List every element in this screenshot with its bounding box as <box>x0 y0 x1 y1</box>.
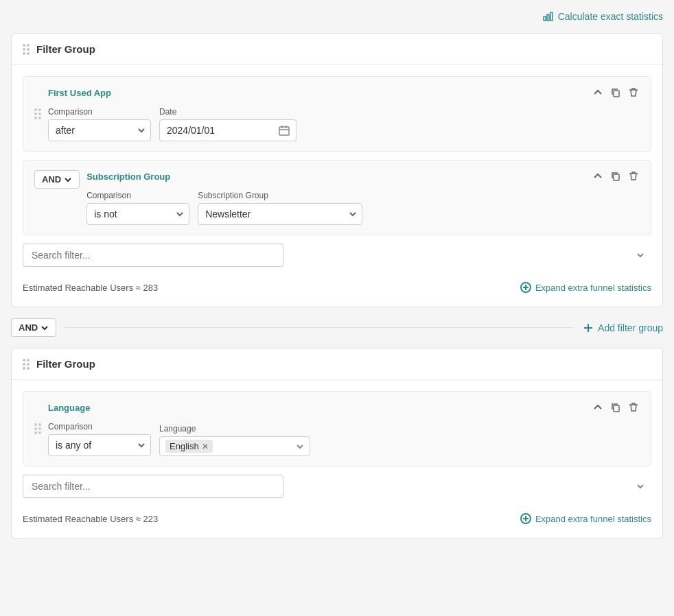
subscription-select-wrapper: Newsletter Promotional Transactional <box>198 203 362 225</box>
and-label: AND <box>42 174 61 185</box>
comparison-select-2[interactable]: is not is is any of <box>86 203 189 225</box>
row-1-copy-button[interactable] <box>609 86 622 99</box>
filter-row-first-used-app: First Used App <box>23 76 651 152</box>
date-input[interactable] <box>159 119 297 141</box>
search-filter-chevron-1-icon <box>636 251 644 259</box>
svg-rect-2 <box>550 12 553 21</box>
expand-plus-icon-1 <box>520 282 531 293</box>
search-filter-input-2[interactable] <box>23 475 283 498</box>
expand-stats-button-2[interactable]: Expand extra funnel statistics <box>520 513 651 524</box>
subscription-row-header: Subscription Group <box>86 170 640 182</box>
language-row-collapse-button[interactable] <box>592 401 604 414</box>
date-label: Date <box>159 107 297 117</box>
row-2-delete-button[interactable] <box>627 170 640 182</box>
filter-group-1-drag-handle[interactable] <box>23 44 30 55</box>
between-groups-connector: AND Add filter group <box>11 318 663 337</box>
svg-rect-8 <box>614 174 619 180</box>
filter-row-language: Language <box>23 391 651 466</box>
search-filter-input-1[interactable] <box>23 244 283 267</box>
language-row-delete-button[interactable] <box>627 401 640 414</box>
expand-stats-button-1[interactable]: Expand extra funnel statistics <box>520 282 651 293</box>
comparison-label-2: Comparison <box>86 191 189 200</box>
language-row-drag-handle[interactable] <box>34 423 41 434</box>
date-input-wrapper <box>159 119 297 141</box>
subscription-fields: Comparison is not is is any of <box>86 191 640 225</box>
filter-group-1-header: Filter Group <box>12 34 662 65</box>
comparison-label-1: Comparison <box>48 107 151 117</box>
language-row-copy-button[interactable] <box>609 401 622 414</box>
language-fields: Comparison is any of is not is <box>48 422 640 456</box>
connector-line <box>65 327 574 328</box>
row-2-collapse-button[interactable] <box>592 170 604 182</box>
svg-rect-0 <box>544 16 546 21</box>
calculate-stats-button[interactable]: Calculate exact statistics <box>543 11 663 22</box>
subscription-field-label: Subscription Group <box>198 191 362 200</box>
subscription-select-group: Subscription Group Newsletter Promotiona… <box>198 191 362 225</box>
add-filter-group-button[interactable]: Add filter group <box>583 322 663 333</box>
language-tag-field-group: Language English ✕ <box>159 424 310 456</box>
filter-group-1-title: Filter Group <box>36 43 95 55</box>
first-used-app-label: First Used App <box>48 88 111 98</box>
language-row-actions <box>592 401 640 414</box>
filter-group-1: Filter Group First Used App <box>11 33 663 307</box>
english-tag-remove-button[interactable]: ✕ <box>202 442 209 451</box>
and-button[interactable]: AND <box>34 170 80 189</box>
row-2-chevron-up-icon <box>593 171 603 181</box>
row-2-copy-icon <box>611 171 620 181</box>
english-tag-label: English <box>170 441 199 451</box>
english-tag: English ✕ <box>165 440 213 453</box>
subscription-row-inner: AND Subscription Group <box>34 170 640 225</box>
language-tag-input[interactable]: English ✕ <box>159 436 310 456</box>
subscription-row-actions <box>592 170 640 182</box>
subscription-row-content: Subscription Group <box>86 170 640 225</box>
row-1-drag-handle[interactable] <box>34 108 41 119</box>
comparison-select-1[interactable]: after before on is not <box>48 119 151 141</box>
date-field-group: Date <box>159 107 297 141</box>
language-tag-chevron-icon <box>296 442 304 451</box>
chevron-up-icon <box>593 88 603 97</box>
groups-and-label: AND <box>19 322 38 333</box>
language-tag-label: Language <box>159 424 310 434</box>
and-connector-wrapper: AND <box>34 170 80 189</box>
language-chevron-up-icon <box>593 403 603 412</box>
copy-icon <box>611 88 620 97</box>
subscription-group-label: Subscription Group <box>86 171 170 182</box>
chart-icon <box>543 11 554 22</box>
comparison-field-group-2: Comparison is not is is any of <box>86 191 189 225</box>
comparison-field-group-1: Comparison after before on is not <box>48 107 151 141</box>
trash-icon <box>629 88 638 97</box>
filter-group-2-body: Language <box>12 380 662 538</box>
comparison-select-wrapper-1: after before on is not <box>48 119 151 141</box>
language-filter-label: Language <box>48 403 90 413</box>
filter-group-2-drag-handle[interactable] <box>23 359 30 370</box>
and-chevron-icon <box>64 176 72 184</box>
filter-group-1-footer: Estimated Reachable Users ≈ 283 Expand e… <box>23 275 651 296</box>
language-row-header: Language <box>48 401 640 414</box>
filter-group-2-header: Filter Group <box>12 348 662 380</box>
language-row-content: Language <box>48 401 640 456</box>
subscription-select[interactable]: Newsletter Promotional Transactional <box>198 203 362 225</box>
filter-group-1-body: First Used App <box>12 65 662 307</box>
filter-row-first-used-app-header: First Used App <box>48 86 640 99</box>
comparison-select-3[interactable]: is any of is not is <box>48 434 151 456</box>
first-used-app-fields: Comparison after before on is not <box>48 107 640 141</box>
row-2-copy-button[interactable] <box>609 170 622 182</box>
filter-group-2-title: Filter Group <box>36 358 95 370</box>
estimated-users-1: Estimated Reachable Users ≈ 283 <box>23 283 158 293</box>
svg-rect-3 <box>614 91 619 97</box>
filter-row-first-used-app-content: First Used App <box>48 86 640 141</box>
search-filter-chevron-2-icon <box>636 482 644 490</box>
svg-rect-1 <box>547 14 549 21</box>
filter-group-2: Filter Group Language <box>11 348 663 538</box>
comparison-select-wrapper-2: is not is is any of <box>86 203 189 225</box>
expand-plus-icon-2 <box>520 513 531 524</box>
search-filter-wrapper-1 <box>23 244 651 267</box>
filter-row-1-actions <box>592 86 640 99</box>
language-copy-icon <box>611 403 620 412</box>
filter-group-2-footer: Estimated Reachable Users ≈ 223 Expand e… <box>23 506 651 527</box>
estimated-users-2: Estimated Reachable Users ≈ 223 <box>23 514 158 524</box>
groups-and-button[interactable]: AND <box>11 318 56 337</box>
svg-rect-14 <box>614 405 619 412</box>
row-1-collapse-button[interactable] <box>592 86 604 99</box>
row-1-delete-button[interactable] <box>627 86 640 99</box>
